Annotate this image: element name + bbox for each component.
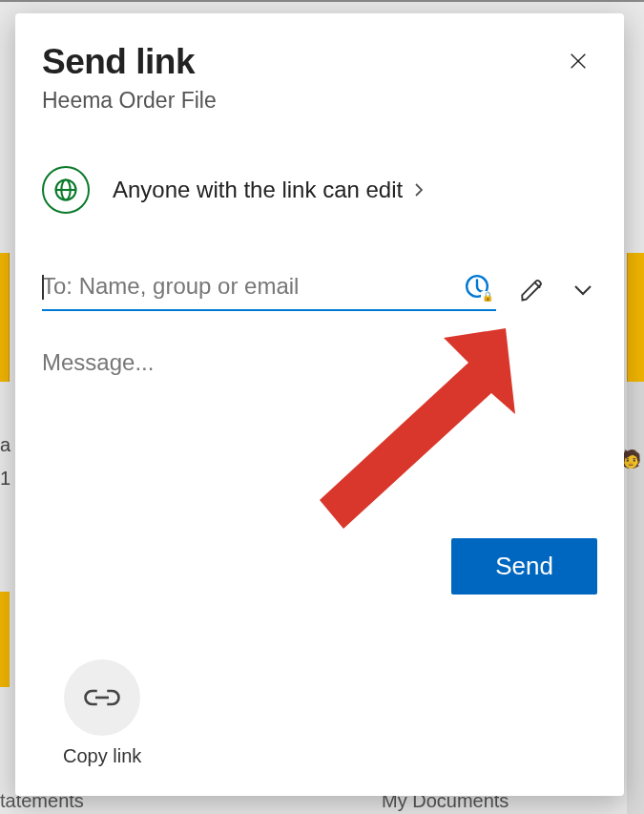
dialog-title: Send link (42, 42, 217, 82)
pencil-icon (519, 277, 546, 303)
bg-left-frag-a: a (0, 434, 10, 456)
send-button[interactable]: Send (451, 538, 597, 595)
link-icon (82, 682, 122, 713)
message-input[interactable] (42, 349, 597, 473)
chevron-right-icon (413, 177, 425, 202)
dialog-subtitle: Heema Order File (42, 88, 217, 114)
contacts-picker-icon[interactable]: 🔒 (464, 273, 490, 300)
copy-link-label: Copy link (63, 745, 141, 767)
link-settings-button[interactable]: Anyone with the link can edit (42, 166, 597, 214)
link-scope-label: Anyone with the link can edit (113, 177, 403, 202)
permissions-dropdown-button[interactable] (569, 276, 597, 304)
lock-icon: 🔒 (481, 291, 494, 303)
chevron-down-icon (573, 283, 592, 297)
bg-folder-right (627, 253, 644, 382)
recipient-field-wrap[interactable]: 🔒 (42, 269, 496, 311)
close-button[interactable] (559, 42, 597, 80)
globe-icon (42, 166, 90, 214)
bg-folder-left-top (0, 253, 10, 382)
text-caret (42, 275, 44, 300)
copy-link-button[interactable]: Copy link (63, 659, 141, 767)
window-top-border (0, 0, 644, 2)
edit-permissions-button[interactable] (515, 273, 550, 307)
bg-panel-right (627, 382, 644, 814)
recipient-input[interactable] (42, 269, 464, 303)
bg-folder-left-bottom (0, 592, 10, 687)
bg-left-frag-1: 1 (0, 468, 10, 490)
close-icon (568, 51, 589, 72)
send-link-dialog: Send link Heema Order File Anyone with t… (15, 13, 624, 796)
